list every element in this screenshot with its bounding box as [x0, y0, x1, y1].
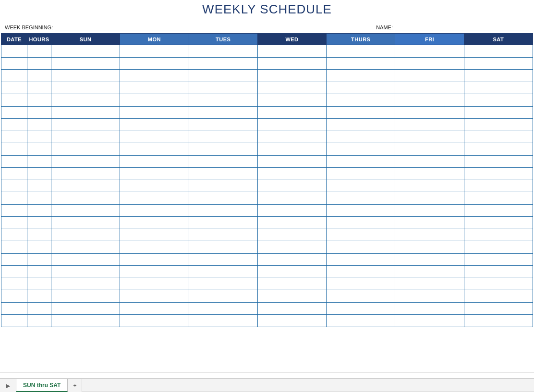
cell[interactable]	[395, 290, 464, 303]
cell[interactable]	[51, 204, 120, 217]
cell[interactable]	[395, 302, 464, 315]
cell[interactable]	[464, 180, 533, 192]
cell[interactable]	[189, 168, 257, 180]
cell[interactable]	[189, 266, 257, 278]
cell[interactable]	[1, 253, 27, 266]
cell[interactable]	[51, 119, 120, 131]
cell[interactable]	[27, 290, 51, 303]
table-row[interactable]	[1, 168, 533, 180]
cell[interactable]	[1, 229, 27, 241]
table-row[interactable]	[1, 131, 533, 143]
cell[interactable]	[51, 143, 120, 156]
table-row[interactable]	[1, 241, 533, 254]
cell[interactable]	[327, 241, 395, 254]
cell[interactable]	[189, 217, 257, 229]
table-row[interactable]	[1, 315, 533, 327]
cell[interactable]	[257, 290, 326, 303]
cell[interactable]	[327, 57, 395, 70]
cell[interactable]	[395, 180, 464, 192]
cell[interactable]	[327, 94, 395, 107]
cell[interactable]	[189, 302, 257, 315]
cell[interactable]	[257, 155, 326, 168]
cell[interactable]	[51, 94, 120, 107]
cell[interactable]	[464, 70, 533, 82]
cell[interactable]	[51, 315, 120, 327]
cell[interactable]	[51, 45, 120, 58]
cell[interactable]	[189, 229, 257, 241]
table-row[interactable]	[1, 70, 533, 82]
cell[interactable]	[464, 278, 533, 290]
table-row[interactable]	[1, 106, 533, 119]
cell[interactable]	[120, 253, 189, 266]
table-row[interactable]	[1, 119, 533, 131]
cell[interactable]	[395, 229, 464, 241]
cell[interactable]	[464, 94, 533, 107]
cell[interactable]	[464, 57, 533, 70]
sheet-tab-active[interactable]: SUN thru SAT	[16, 379, 68, 392]
add-sheet-button[interactable]: +	[68, 379, 82, 392]
cell[interactable]	[120, 192, 189, 205]
cell[interactable]	[327, 155, 395, 168]
cell[interactable]	[120, 204, 189, 217]
cell[interactable]	[395, 106, 464, 119]
cell[interactable]	[27, 266, 51, 278]
cell[interactable]	[395, 217, 464, 229]
cell[interactable]	[189, 192, 257, 205]
cell[interactable]	[120, 57, 189, 70]
cell[interactable]	[395, 70, 464, 82]
cell[interactable]	[395, 241, 464, 254]
cell[interactable]	[120, 302, 189, 315]
cell[interactable]	[27, 94, 51, 107]
cell[interactable]	[257, 241, 326, 254]
cell[interactable]	[27, 278, 51, 290]
cell[interactable]	[327, 278, 395, 290]
cell[interactable]	[189, 278, 257, 290]
cell[interactable]	[27, 119, 51, 131]
cell[interactable]	[257, 57, 326, 70]
cell[interactable]	[327, 266, 395, 278]
cell[interactable]	[257, 106, 326, 119]
cell[interactable]	[120, 217, 189, 229]
cell[interactable]	[27, 241, 51, 254]
cell[interactable]	[257, 180, 326, 192]
cell[interactable]	[1, 290, 27, 303]
cell[interactable]	[27, 229, 51, 241]
cell[interactable]	[51, 70, 120, 82]
cell[interactable]	[27, 82, 51, 94]
cell[interactable]	[189, 180, 257, 192]
cell[interactable]	[51, 253, 120, 266]
cell[interactable]	[1, 315, 27, 327]
cell[interactable]	[395, 131, 464, 143]
cell[interactable]	[257, 94, 326, 107]
cell[interactable]	[464, 229, 533, 241]
cell[interactable]	[27, 168, 51, 180]
cell[interactable]	[464, 168, 533, 180]
cell[interactable]	[257, 229, 326, 241]
cell[interactable]	[1, 204, 27, 217]
cell[interactable]	[395, 253, 464, 266]
table-row[interactable]	[1, 204, 533, 217]
cell[interactable]	[464, 290, 533, 303]
cell[interactable]	[189, 57, 257, 70]
cell[interactable]	[327, 70, 395, 82]
cell[interactable]	[464, 82, 533, 94]
cell[interactable]	[327, 290, 395, 303]
cell[interactable]	[120, 168, 189, 180]
cell[interactable]	[395, 155, 464, 168]
cell[interactable]	[1, 45, 27, 58]
cell[interactable]	[257, 315, 326, 327]
cell[interactable]	[327, 229, 395, 241]
cell[interactable]	[1, 266, 27, 278]
cell[interactable]	[1, 119, 27, 131]
cell[interactable]	[120, 180, 189, 192]
cell[interactable]	[257, 204, 326, 217]
table-row[interactable]	[1, 143, 533, 156]
cell[interactable]	[464, 119, 533, 131]
table-row[interactable]	[1, 180, 533, 192]
cell[interactable]	[51, 290, 120, 303]
table-row[interactable]	[1, 266, 533, 278]
cell[interactable]	[464, 204, 533, 217]
cell[interactable]	[189, 94, 257, 107]
cell[interactable]	[51, 82, 120, 94]
cell[interactable]	[257, 253, 326, 266]
